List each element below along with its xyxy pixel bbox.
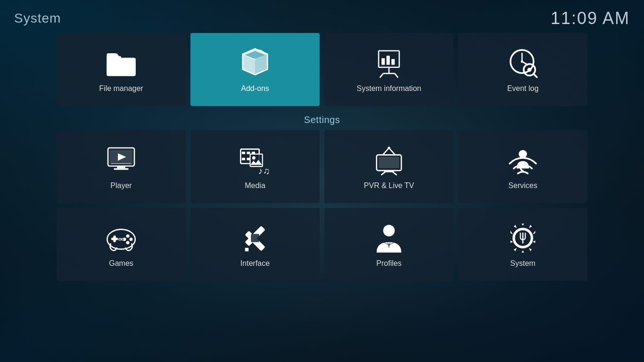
svg-rect-0 <box>107 58 135 76</box>
svg-rect-45 <box>384 170 394 172</box>
pvr-icon <box>372 144 405 177</box>
svg-rect-56 <box>119 238 121 240</box>
eventlog-icon <box>506 47 539 80</box>
svg-point-42 <box>388 147 390 149</box>
svg-rect-31 <box>247 151 250 154</box>
tile-interface[interactable]: Interface <box>190 208 320 281</box>
player-icon <box>105 144 138 177</box>
tile-add-ons-label: Add-ons <box>241 84 269 93</box>
page-title: System <box>14 11 61 26</box>
tile-interface-label: Interface <box>240 259 270 268</box>
svg-rect-9 <box>381 58 385 65</box>
tile-player[interactable]: Player <box>57 130 186 203</box>
folder-icon <box>105 47 138 80</box>
tile-pvr-livetv-label: PVR & Live TV <box>364 181 414 190</box>
addons-icon <box>239 47 272 80</box>
svg-rect-28 <box>111 163 132 164</box>
svg-line-14 <box>380 73 383 77</box>
svg-rect-30 <box>242 151 245 154</box>
settings-section-label: Settings <box>57 115 587 125</box>
tile-games-label: Games <box>109 259 133 268</box>
svg-rect-60 <box>251 234 259 242</box>
tile-media-label: Media <box>245 181 265 190</box>
games-icon <box>105 222 138 255</box>
svg-point-62 <box>383 225 395 237</box>
sysinfo-icon <box>372 47 405 80</box>
tile-system-information[interactable]: System information <box>324 33 454 106</box>
svg-rect-1 <box>107 56 121 59</box>
top-tiles-row: File manager A <box>57 33 587 106</box>
svg-point-53 <box>130 238 133 241</box>
tile-event-log-label: Event log <box>507 84 539 93</box>
svg-rect-57 <box>122 238 124 240</box>
tile-services-label: Services <box>508 181 537 190</box>
clock: 11:09 AM <box>551 8 630 28</box>
svg-rect-51 <box>113 235 116 242</box>
profiles-icon <box>372 222 405 255</box>
interface-icon <box>239 222 272 255</box>
tile-pvr-livetv[interactable]: PVR & Live TV <box>324 130 454 203</box>
svg-rect-10 <box>387 56 390 65</box>
svg-point-22 <box>521 60 523 62</box>
settings-row-1: Player ♪♫ <box>57 130 587 203</box>
svg-text:♪♫: ♪♫ <box>258 165 270 175</box>
svg-point-48 <box>519 150 527 158</box>
svg-marker-61 <box>243 246 250 253</box>
tile-player-label: Player <box>110 181 132 190</box>
tile-system-settings[interactable]: System <box>458 208 587 281</box>
tile-system-information-label: System information <box>357 84 421 93</box>
svg-rect-26 <box>117 166 125 168</box>
tile-system-settings-label: System <box>510 259 535 268</box>
tile-games[interactable]: Games <box>57 208 186 281</box>
tile-file-manager[interactable]: File manager <box>57 33 186 106</box>
tile-add-ons[interactable]: Add-ons <box>190 33 320 106</box>
tile-event-log[interactable]: Event log <box>458 33 587 106</box>
tile-profiles-label: Profiles <box>376 259 401 268</box>
tile-file-manager-label: File manager <box>99 84 143 93</box>
tile-media[interactable]: ♪♫ Media <box>190 130 320 203</box>
tile-profiles[interactable]: Profiles <box>324 208 454 281</box>
svg-line-21 <box>534 74 537 77</box>
media-icon: ♪♫ <box>239 144 272 177</box>
svg-rect-44 <box>379 156 399 168</box>
svg-point-20 <box>528 67 532 72</box>
settings-row-2: Games Interface <box>57 208 587 281</box>
tile-services[interactable]: Services <box>458 130 587 203</box>
svg-line-15 <box>395 73 398 77</box>
svg-rect-33 <box>242 157 245 160</box>
systemsettings-icon <box>506 222 539 255</box>
svg-rect-27 <box>114 168 129 170</box>
svg-line-47 <box>393 172 396 174</box>
svg-line-40 <box>383 148 389 155</box>
svg-line-46 <box>381 172 385 174</box>
svg-point-52 <box>126 234 130 238</box>
svg-line-41 <box>389 148 395 155</box>
services-icon <box>506 144 539 177</box>
svg-point-54 <box>126 241 130 244</box>
svg-point-37 <box>252 156 256 159</box>
svg-rect-11 <box>391 59 395 65</box>
